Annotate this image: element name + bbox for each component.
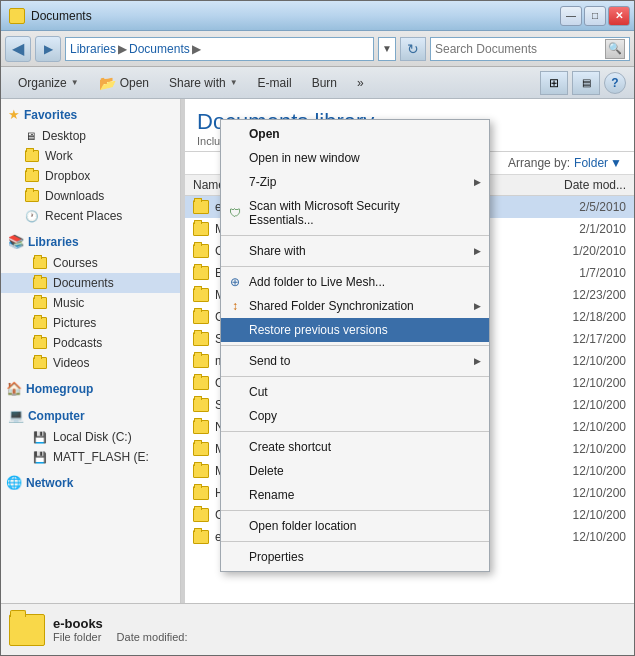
sidebar-item-desktop[interactable]: 🖥 Desktop: [1, 126, 180, 146]
forward-button[interactable]: ▶: [35, 36, 61, 62]
file-date-12: 12/10/200: [551, 464, 626, 478]
file-date-13: 12/10/200: [551, 486, 626, 500]
ctx-cut[interactable]: Cut: [221, 380, 489, 404]
ctx-copy[interactable]: Copy: [221, 404, 489, 428]
ctx-add-live-mesh-label: Add folder to Live Mesh...: [249, 275, 385, 289]
ctx-send-to-label: Send to: [249, 354, 290, 368]
col-date-header[interactable]: Date mod...: [546, 178, 626, 192]
address-path[interactable]: Libraries ▶ Documents ▶: [65, 37, 374, 61]
ctx-sep-6: [221, 510, 489, 511]
folder-icon-5: [193, 310, 209, 324]
computer-header[interactable]: ▼ 💻 Computer: [1, 404, 180, 427]
open-label: Open: [120, 76, 149, 90]
refresh-button[interactable]: ↻: [400, 37, 426, 61]
mesh-icon: ⊕: [227, 274, 243, 290]
local-disk-label: Local Disk (C:): [53, 430, 132, 444]
ctx-sep-4: [221, 376, 489, 377]
ctx-open-folder-location[interactable]: Open folder location: [221, 514, 489, 538]
open-button[interactable]: 📂 Open: [90, 70, 158, 96]
ctx-rename-label: Rename: [249, 488, 294, 502]
ctx-open-new-window[interactable]: Open in new window: [221, 146, 489, 170]
music-folder-icon: [33, 297, 47, 309]
arrange-by-label: Arrange by:: [508, 156, 570, 170]
ctx-create-shortcut[interactable]: Create shortcut: [221, 435, 489, 459]
file-date-8: 12/10/200: [551, 376, 626, 390]
ctx-scan[interactable]: 🛡 Scan with Microsoft Security Essential…: [221, 194, 489, 232]
ctx-delete[interactable]: Delete: [221, 459, 489, 483]
email-button[interactable]: E-mail: [249, 70, 301, 96]
search-button[interactable]: 🔍: [605, 39, 625, 59]
search-box: 🔍: [430, 37, 630, 61]
path-documents[interactable]: Documents: [129, 42, 190, 56]
sidebar-item-local-disk[interactable]: 💾 Local Disk (C:): [1, 427, 180, 447]
libraries-label: Libraries: [28, 235, 79, 249]
folder-icon-1: [193, 222, 209, 236]
folder-icon-6: [193, 332, 209, 346]
downloads-label: Downloads: [45, 189, 104, 203]
favorites-header[interactable]: ▼ ★ Favorites: [1, 103, 180, 126]
favorites-expand-icon: ▼: [1, 110, 2, 120]
search-input[interactable]: [435, 42, 601, 56]
explorer-window: Documents — □ ✕ ◀ ▶ Libraries ▶ Document…: [0, 0, 635, 656]
share-with-button[interactable]: Share with ▼: [160, 70, 247, 96]
ctx-rename[interactable]: Rename: [221, 483, 489, 507]
desktop-label: Desktop: [42, 129, 86, 143]
minimize-button[interactable]: —: [560, 6, 582, 26]
title-bar-buttons: — □ ✕: [560, 6, 630, 26]
ctx-7zip[interactable]: 7-Zip: [221, 170, 489, 194]
homegroup-header[interactable]: ▶ 🏠 Homegroup: [1, 377, 180, 400]
folder-icon-11: [193, 442, 209, 456]
ctx-send-to[interactable]: Send to: [221, 349, 489, 373]
status-info: e-books File folder Date modified:: [53, 616, 188, 643]
path-dropdown[interactable]: ▼: [378, 37, 396, 61]
ctx-share-with-label: Share with: [249, 244, 306, 258]
sidebar-item-music[interactable]: Music: [1, 293, 180, 313]
sidebar-item-podcasts[interactable]: Podcasts: [1, 333, 180, 353]
back-button[interactable]: ◀: [5, 36, 31, 62]
file-date-2: 1/20/2010: [551, 244, 626, 258]
ctx-shared-folder-sync[interactable]: ↕ Shared Folder Synchronization: [221, 294, 489, 318]
ctx-restore-versions[interactable]: Restore previous versions: [221, 318, 489, 342]
matt-flash-icon: 💾: [33, 451, 47, 464]
ctx-share-with[interactable]: Share with: [221, 239, 489, 263]
sidebar-item-matt-flash[interactable]: 💾 MATT_FLASH (E:: [1, 447, 180, 467]
ctx-add-live-mesh[interactable]: ⊕ Add folder to Live Mesh...: [221, 270, 489, 294]
ctx-scan-label: Scan with Microsoft Security Essentials.…: [249, 199, 465, 227]
sidebar-item-work[interactable]: Work: [1, 146, 180, 166]
work-folder-icon: [25, 150, 39, 162]
help-button[interactable]: ?: [604, 72, 626, 94]
ctx-sep-7: [221, 541, 489, 542]
close-button[interactable]: ✕: [608, 6, 630, 26]
ctx-open[interactable]: Open: [221, 122, 489, 146]
favorites-label: Favorites: [24, 108, 77, 122]
status-item-name: e-books: [53, 616, 188, 631]
sidebar-item-courses[interactable]: Courses: [1, 253, 180, 273]
sync-icon: ↕: [227, 298, 243, 314]
arrange-by-value[interactable]: Folder ▼: [574, 156, 622, 170]
network-header[interactable]: ▶ 🌐 Network: [1, 471, 180, 494]
sidebar-item-dropbox[interactable]: Dropbox: [1, 166, 180, 186]
sidebar-item-downloads[interactable]: Downloads: [1, 186, 180, 206]
network-label: Network: [26, 476, 73, 490]
libraries-header[interactable]: ▼ 📚 Libraries: [1, 230, 180, 253]
view-button[interactable]: ⊞: [540, 71, 568, 95]
sidebar-item-pictures[interactable]: Pictures: [1, 313, 180, 333]
libraries-expand-icon: ▼: [1, 237, 2, 247]
maximize-button[interactable]: □: [584, 6, 606, 26]
preview-button[interactable]: ▤: [572, 71, 600, 95]
burn-label: Burn: [312, 76, 337, 90]
sidebar-item-videos[interactable]: Videos: [1, 353, 180, 373]
more-button[interactable]: »: [348, 70, 373, 96]
address-bar: ◀ ▶ Libraries ▶ Documents ▶ ▼ ↻ 🔍: [1, 31, 634, 67]
folder-icon-12: [193, 464, 209, 478]
path-libraries[interactable]: Libraries: [70, 42, 116, 56]
sidebar-item-documents[interactable]: Documents: [1, 273, 180, 293]
sidebar-item-recent-places[interactable]: 🕐 Recent Places: [1, 206, 180, 226]
folder-icon-10: [193, 420, 209, 434]
file-date-14: 12/10/200: [551, 508, 626, 522]
content-area: ▼ ★ Favorites 🖥 Desktop Work Dropbox: [1, 99, 634, 603]
organize-button[interactable]: Organize ▼: [9, 70, 88, 96]
burn-button[interactable]: Burn: [303, 70, 346, 96]
ctx-properties[interactable]: Properties: [221, 545, 489, 569]
documents-folder-icon: [33, 277, 47, 289]
